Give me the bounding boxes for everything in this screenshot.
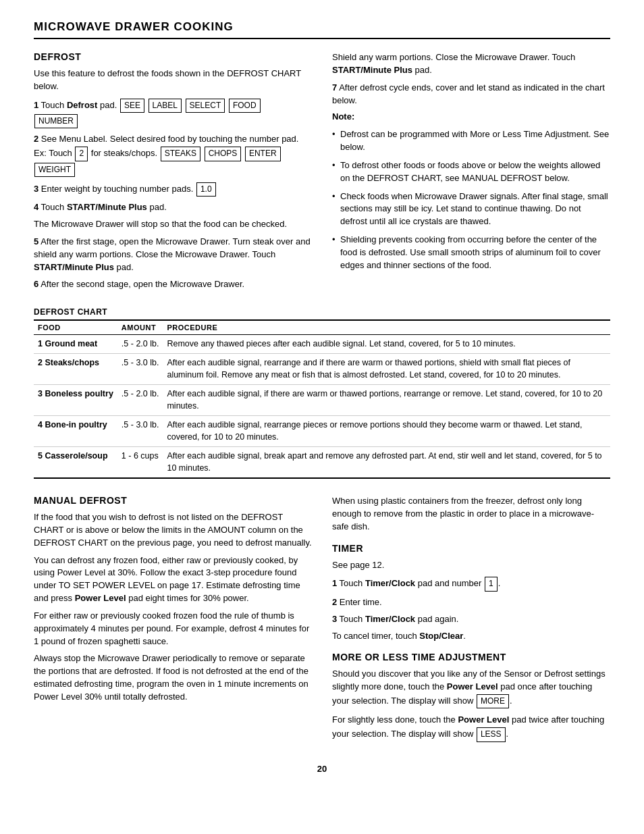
manual-para3: For either raw or previously cooked froz…	[34, 610, 312, 648]
bullet-4: Shielding prevents cooking from occurrin…	[332, 234, 610, 272]
more-less-para2: For slightly less done, touch the Power …	[332, 714, 610, 742]
key-steaks: STEAKS	[161, 147, 200, 161]
procedure-cell: After each audible signal, break apart a…	[163, 447, 610, 479]
food-cell: 5 Casserole/soup	[34, 447, 117, 479]
defrost-chart-section: DEFROST CHART FOOD AMOUNT PROCEDURE 1 Gr…	[34, 307, 610, 479]
more-less-title: MORE OR LESS TIME ADJUSTMENT	[332, 652, 610, 662]
key-chops: CHOPS	[205, 147, 242, 161]
bullet-2: To defrost other foods or foods above or…	[332, 159, 610, 185]
food-cell: 1 Ground meat	[34, 334, 117, 354]
key-more: MORE	[477, 694, 509, 708]
key-2: 2	[75, 147, 88, 161]
procedure-cell: Remove any thawed pieces after each audi…	[163, 334, 610, 354]
step7-line: 7 After defrost cycle ends, cover and le…	[332, 82, 610, 107]
key-enter: ENTER	[245, 147, 281, 161]
timer-cancel: To cancel timer, touch Stop/Clear.	[332, 630, 610, 643]
bullet-3: Check foods when Microwave Drawer signal…	[332, 190, 610, 229]
timer-step2: 2 Enter time.	[332, 596, 610, 609]
right-text1: Shield any warm portions. Close the Micr…	[332, 51, 610, 77]
bottom-section: MANUAL DEFROST If the food that you wish…	[34, 495, 610, 748]
food-cell: 3 Boneless poultry	[34, 385, 117, 416]
col-header-food: FOOD	[34, 320, 117, 335]
key-10: 1.0	[196, 182, 216, 197]
table-row: 2 Steaks/chops .5 - 3.0 lb. After each a…	[34, 354, 610, 385]
amount-cell: .5 - 2.0 lb.	[117, 385, 163, 416]
food-cell: 2 Steaks/chops	[34, 354, 117, 385]
amount-cell: .5 - 2.0 lb.	[117, 334, 163, 354]
key-see: SEE	[120, 99, 144, 113]
defrost-left-col: DEFROST Use this feature to defrost the …	[34, 51, 312, 295]
right-sections-col: When using plastic containers from the f…	[332, 495, 610, 748]
col-header-amount: AMOUNT	[117, 320, 163, 335]
amount-cell: .5 - 3.0 lb.	[117, 354, 163, 385]
key-label: LABEL	[149, 99, 182, 113]
key-weight: WEIGHT	[34, 163, 75, 177]
table-row: 5 Casserole/soup 1 - 6 cups After each a…	[34, 447, 610, 479]
table-row: 1 Ground meat .5 - 2.0 lb. Remove any th…	[34, 334, 610, 354]
step5-line: 5 After the first stage, open the Microw…	[34, 236, 312, 274]
key-food: FOOD	[229, 99, 261, 113]
chart-title: DEFROST CHART	[34, 307, 610, 317]
amount-cell: .5 - 3.0 lb.	[117, 416, 163, 447]
timer-title: TIMER	[332, 543, 610, 554]
timer-step1: 1 Touch Timer/Clock pad and number 1.	[332, 576, 610, 592]
step6-line: 6 After the second stage, open the Micro…	[34, 278, 312, 291]
timer-step3: 3 Touch Timer/Clock pad again.	[332, 613, 610, 626]
manual-defrost-col: MANUAL DEFROST If the food that you wish…	[34, 495, 312, 748]
step2-line: 2 See Menu Label. Select desired food by…	[34, 133, 312, 178]
step1-line: 1 Touch Defrost pad. SEE LABEL SELECT FO…	[34, 98, 312, 130]
key-number: NUMBER	[34, 114, 78, 128]
manual-para4: Always stop the Microwave Drawer periodi…	[34, 652, 312, 703]
table-row: 3 Boneless poultry .5 - 2.0 lb. After ea…	[34, 385, 610, 416]
manual-defrost-right: When using plastic containers from the f…	[332, 495, 610, 533]
defrost-title: DEFROST	[34, 51, 312, 62]
defrost-intro: Use this feature to defrost the foods sh…	[34, 68, 312, 93]
step4-line: 4 Touch START/Minute Plus pad.	[34, 201, 312, 214]
page-number: 20	[34, 764, 610, 774]
key-timer-1: 1	[485, 577, 498, 591]
manual-para2: You can defrost any frozen food, either …	[34, 554, 312, 605]
procedure-cell: After each audible signal, if there are …	[163, 385, 610, 416]
manual-para1: If the food that you wish to defrost is …	[34, 511, 312, 550]
amount-cell: 1 - 6 cups	[117, 447, 163, 479]
more-less-para1: Should you discover that you like any of…	[332, 668, 610, 709]
defrost-right-col: Shield any warm portions. Close the Micr…	[332, 51, 610, 295]
food-cell: 4 Bone-in poultry	[34, 416, 117, 447]
col-header-procedure: PROCEDURE	[163, 320, 610, 335]
step4-note: The Microwave Drawer will stop so that t…	[34, 218, 312, 231]
table-row: 4 Bone-in poultry .5 - 3.0 lb. After eac…	[34, 416, 610, 447]
key-select: SELECT	[186, 99, 225, 113]
note-bullets: Defrost can be programmed with More or L…	[332, 128, 610, 271]
procedure-cell: After each audible signal, rearrange pie…	[163, 416, 610, 447]
page-title: MICROWAVE DRAWER COOKING	[34, 20, 610, 39]
key-less: LESS	[477, 727, 506, 741]
step3-line: 3 Enter weight by touching number pads. …	[34, 182, 312, 197]
defrost-table: FOOD AMOUNT PROCEDURE 1 Ground meat .5 -…	[34, 319, 610, 479]
procedure-cell: After each audible signal, rearrange and…	[163, 354, 610, 385]
manual-defrost-title: MANUAL DEFROST	[34, 495, 312, 506]
timer-intro: See page 12.	[332, 559, 610, 572]
bullet-1: Defrost can be programmed with More or L…	[332, 128, 610, 154]
